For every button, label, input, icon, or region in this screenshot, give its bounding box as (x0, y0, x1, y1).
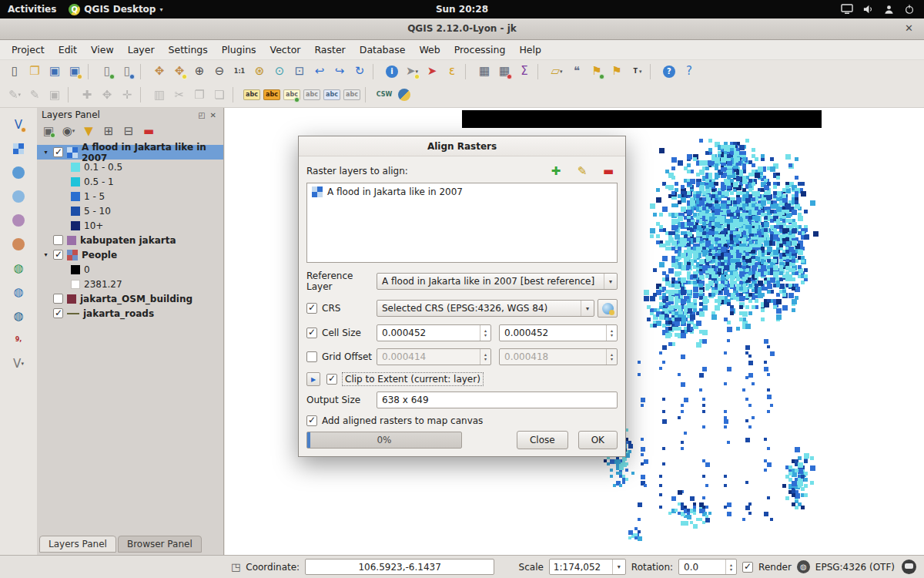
menu-help[interactable]: Help (512, 41, 548, 59)
close-window-button[interactable]: ✕ (902, 22, 916, 34)
tool-new-bookmark[interactable]: ⚑ (587, 62, 607, 81)
tool-new-project[interactable]: ▯ (5, 62, 25, 81)
extents-icon[interactable]: ◳ (231, 561, 240, 573)
clip-to-extent-checkbox[interactable] (326, 374, 337, 385)
clip-to-extent-label[interactable]: Clip to Extent (current: layer) (342, 372, 484, 386)
tool-refresh[interactable]: ↻ (350, 62, 370, 81)
tool-zoom-next[interactable]: ↪ (330, 62, 350, 81)
tool-zoom-out[interactable]: ⊖ (209, 62, 229, 81)
menu-settings[interactable]: Settings (162, 41, 215, 59)
user-menu-icon[interactable] (883, 4, 895, 15)
grid-offset-checkbox[interactable] (306, 351, 317, 362)
layer-checkbox[interactable] (53, 308, 63, 318)
tool-collapse-all[interactable]: ⊟ (119, 123, 138, 139)
tool-add-mssql-layer[interactable] (8, 211, 28, 230)
tool-zoom-in[interactable]: ⊕ (189, 62, 209, 81)
add-to-canvas-checkbox[interactable] (306, 415, 317, 426)
raster-list-item[interactable]: A flood in Jakarta like in 2007 (307, 183, 617, 200)
raster-layers-list[interactable]: A flood in Jakarta like in 2007 (306, 183, 618, 263)
tool-filter-legend[interactable]: ▼ (79, 123, 98, 139)
cell-size-x-spinbox[interactable]: 0.000452 ▴▾ (377, 324, 491, 341)
tool-current-edits[interactable]: ✎▾ (5, 86, 25, 104)
tool-add-vector-layer[interactable]: V (8, 116, 28, 134)
tool-add-delimited-text-layer[interactable]: 9, (8, 331, 28, 349)
spin-buttons[interactable]: ▴▾ (480, 325, 490, 341)
crs-checkbox[interactable] (306, 303, 317, 314)
layer-checkbox[interactable] (53, 147, 63, 157)
menu-web[interactable]: Web (412, 41, 447, 59)
layer-item-jakarta-osm-building[interactable]: jakarta_OSM_building (37, 291, 223, 306)
menu-edit[interactable]: Edit (52, 41, 84, 59)
dialog-title[interactable]: Align Rasters (299, 136, 625, 156)
grid-offset-x-spinbox[interactable]: 0.000414 ▴▾ (377, 348, 491, 365)
tool-delete-selected[interactable]: ▥ (149, 86, 169, 104)
tool-select-features[interactable]: ➤▾ (402, 62, 422, 81)
layer-item-people[interactable]: ▾People (37, 247, 223, 262)
tool-open-attribute-table[interactable]: ▦ (474, 62, 494, 81)
tool-text-annotation[interactable]: T▾ (627, 62, 647, 81)
close-panel-icon[interactable]: ✕ (208, 111, 219, 119)
tool-help[interactable]: ? (659, 62, 679, 81)
tool-add-oracle-layer[interactable] (8, 235, 28, 254)
tool-show-bookmarks[interactable]: ⚑ (607, 62, 627, 81)
tool-select-by-expression[interactable]: ε (442, 62, 462, 81)
menu-vector[interactable]: Vector (263, 41, 308, 59)
render-checkbox[interactable] (742, 562, 753, 573)
tab-browser-panel[interactable]: Browser Panel (118, 536, 202, 553)
tool-add-raster-layer[interactable] (8, 139, 28, 158)
tool-add-group[interactable]: ▣ (39, 123, 58, 139)
tool-add-spatialite-layer[interactable] (8, 187, 28, 206)
close-button[interactable]: Close (517, 431, 568, 449)
tool-label-rotate[interactable]: abc (322, 86, 342, 104)
tool-paste-features[interactable]: ❏ (209, 86, 229, 104)
messages-icon[interactable] (902, 560, 916, 574)
tool-label-properties[interactable]: abc (342, 86, 362, 104)
legend-item-0[interactable]: 0 (37, 262, 223, 277)
power-icon[interactable] (904, 4, 915, 15)
tool-layer-labeling[interactable]: abc (242, 86, 262, 104)
legend-item-2381-27[interactable]: 2381.27 (37, 277, 223, 291)
tool-pan-to-selection[interactable]: ✥ (169, 62, 189, 81)
tool-whats-this[interactable]: ? (679, 62, 699, 81)
cell-size-checkbox[interactable] (306, 328, 317, 338)
display-icon[interactable] (841, 4, 853, 15)
volume-icon[interactable] (862, 4, 874, 15)
tool-deselect-features[interactable]: ➤ (422, 62, 442, 81)
spin-buttons[interactable]: ▴▾ (725, 560, 736, 574)
menu-raster[interactable]: Raster (307, 41, 352, 59)
grid-offset-y-spinbox[interactable]: 0.000418 ▴▾ (499, 348, 618, 365)
tool-open-project[interactable]: ❐ (25, 62, 45, 81)
tool-add-wcs-layer[interactable]: ◍ (8, 283, 28, 301)
tool-map-tips[interactable]: ❝ (567, 62, 587, 81)
tool-node-tool[interactable]: ✛ (117, 86, 137, 104)
tool-composer-manager[interactable]: ▯ (117, 62, 137, 81)
tool-python-console[interactable] (394, 86, 414, 104)
crs-status-text[interactable]: EPSG:4326 (OTF) (815, 562, 895, 573)
ok-button[interactable]: OK (578, 431, 618, 449)
tool-csw-metasearch[interactable]: CSW (374, 86, 394, 104)
tool-label-highlight[interactable]: abc (282, 86, 302, 104)
tool-label-pin-unpin[interactable]: abc (262, 86, 282, 104)
select-crs-button[interactable] (598, 299, 618, 318)
tool-zoom-to-layer[interactable]: ⊡ (290, 62, 310, 81)
scale-combo[interactable]: 1:174,052 ▾ (549, 559, 626, 575)
tool-field-calculator[interactable]: ▦ (494, 62, 514, 81)
tool-measure[interactable]: ▱▾ (547, 62, 567, 81)
menu-processing[interactable]: Processing (447, 41, 513, 59)
layer-item-a-flood-in-jakarta-like-in-2007[interactable]: ▾A flood in Jakarta like in 2007 (37, 145, 223, 160)
remove-raster-button[interactable]: ▬ (599, 163, 618, 180)
layer-checkbox[interactable] (53, 250, 63, 260)
tool-pan-map[interactable]: ✥ (149, 62, 169, 81)
tool-zoom-full[interactable]: ⊛ (249, 62, 270, 81)
activities-button[interactable]: Activities (8, 4, 56, 15)
tool-manage-layer-visibility[interactable]: ◉▾ (59, 123, 78, 139)
legend-item-10[interactable]: 10+ (37, 218, 223, 233)
tool-save-project-as[interactable]: ▣ (65, 62, 85, 81)
crs-combo[interactable]: Selected CRS (EPSG:4326, WGS 84) ▾ (377, 300, 594, 317)
tool-remove-layer-group[interactable]: ▬ (139, 123, 158, 139)
expander-icon[interactable]: ▾ (42, 149, 49, 156)
tool-new-vector-layer[interactable]: V▾ (8, 355, 28, 373)
add-raster-button[interactable]: ✚ (547, 163, 565, 180)
legend-item-5-10[interactable]: 5 - 10 (37, 203, 223, 218)
layer-checkbox[interactable] (53, 235, 63, 245)
